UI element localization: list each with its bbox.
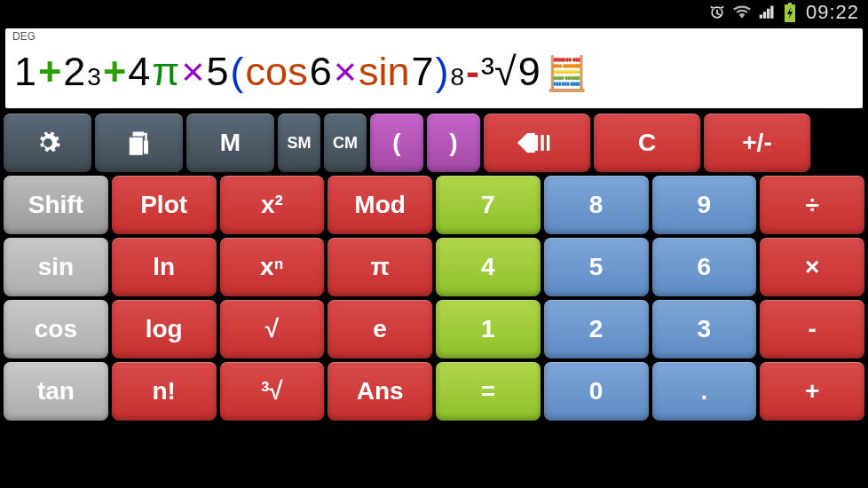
button-label: 8 xyxy=(589,191,604,219)
digit-8-button[interactable]: 8 xyxy=(544,176,649,234)
pi-button[interactable]: π xyxy=(327,238,432,296)
button-label: - xyxy=(808,315,816,343)
expression-token: ( xyxy=(231,49,244,95)
square-button[interactable]: x² xyxy=(220,176,325,234)
button-label: 1 xyxy=(481,315,495,343)
button-label: = xyxy=(481,377,495,405)
angle-mode-label: DEG xyxy=(12,30,36,43)
button-label: 3 xyxy=(698,315,712,343)
expression-token: × xyxy=(181,49,204,95)
factorial-button[interactable]: n! xyxy=(112,362,217,421)
expression-token: 7 xyxy=(411,49,433,95)
expression-token: + xyxy=(103,49,126,95)
backspace-icon xyxy=(517,130,556,156)
button-label: ) xyxy=(449,129,457,157)
expression-token: 8 xyxy=(451,63,465,91)
button-label: × xyxy=(805,253,819,281)
signal-icon xyxy=(758,4,776,21)
main-grid: ShiftPlotx²Mod789÷sinlnxⁿπ456×coslog√e12… xyxy=(4,176,864,483)
expression-token: 4 xyxy=(128,49,150,95)
digit-3-button[interactable]: 3 xyxy=(652,300,757,358)
ln-button[interactable]: ln xyxy=(112,238,217,296)
expression-token: + xyxy=(38,49,61,95)
button-label: ³√ xyxy=(261,377,283,405)
backspace-button[interactable] xyxy=(484,114,590,172)
expression-token: × xyxy=(334,49,357,95)
button-label: Mod xyxy=(354,191,406,219)
sin-button[interactable]: sin xyxy=(4,238,108,296)
plot-button[interactable]: Plot xyxy=(112,176,217,234)
keypad: MSMCM()C+/- ShiftPlotx²Mod789÷sinlnxⁿπ45… xyxy=(0,110,868,486)
button-label: e xyxy=(373,315,387,343)
digit-1-button[interactable]: 1 xyxy=(436,300,541,358)
battery-charging-icon xyxy=(783,3,797,22)
calculator-display: DEG 1 + 23 + 4π × 5(cos 6 × sin 7)8 - ³√… xyxy=(5,28,863,108)
digit-6-button[interactable]: 6 xyxy=(652,238,757,296)
decimal-button[interactable]: . xyxy=(652,362,757,421)
mod-button[interactable]: Mod xyxy=(327,176,432,234)
log-button[interactable]: log xyxy=(112,300,217,358)
sm-button[interactable]: SM xyxy=(278,114,320,172)
wifi-icon xyxy=(733,4,751,21)
expression-token: 2 xyxy=(63,49,85,95)
memory-button[interactable]: M xyxy=(186,114,274,172)
digit-9-button[interactable]: 9 xyxy=(652,176,757,234)
digit-4-button[interactable]: 4 xyxy=(436,238,541,296)
expression-token: 1 xyxy=(14,49,36,95)
button-label: √ xyxy=(265,315,279,343)
sqrt-button[interactable]: √ xyxy=(220,300,325,358)
expression-token: ³√ xyxy=(481,49,517,95)
button-label: . xyxy=(700,377,707,405)
multiply-button[interactable]: × xyxy=(760,238,864,296)
cos-button[interactable]: cos xyxy=(4,300,108,358)
expression-token: ) xyxy=(436,49,449,95)
button-label: 4 xyxy=(481,253,495,281)
button-label: x² xyxy=(261,191,283,219)
open-paren-button[interactable]: ( xyxy=(370,114,423,172)
button-label: tan xyxy=(37,377,75,405)
copy-button[interactable] xyxy=(95,114,183,172)
subtract-button[interactable]: - xyxy=(760,300,864,358)
button-label: + xyxy=(805,377,819,405)
digit-5-button[interactable]: 5 xyxy=(544,238,649,296)
button-label: π xyxy=(370,253,389,281)
expression-token: 5 xyxy=(207,49,229,95)
sign-button[interactable]: +/- xyxy=(704,114,810,172)
cuberoot-button[interactable]: ³√ xyxy=(220,362,325,421)
cm-button[interactable]: CM xyxy=(324,114,367,172)
copy-icon xyxy=(126,130,153,156)
button-label: +/- xyxy=(742,129,771,157)
divide-button[interactable]: ÷ xyxy=(760,176,864,234)
button-label: sin xyxy=(38,253,74,281)
expression: 1 + 23 + 4π × 5(cos 6 × sin 7)8 - ³√9🧮 xyxy=(14,49,588,95)
button-label: ÷ xyxy=(805,191,818,219)
svg-rect-0 xyxy=(788,3,792,4)
button-label: CM xyxy=(333,134,358,153)
digit-7-button[interactable]: 7 xyxy=(436,176,541,234)
digit-0-button[interactable]: 0 xyxy=(544,362,649,421)
svg-rect-4 xyxy=(547,135,549,151)
expression-token: sin xyxy=(359,49,410,95)
svg-rect-3 xyxy=(541,135,543,151)
button-label: Shift xyxy=(28,191,83,219)
tan-button[interactable]: tan xyxy=(4,362,108,421)
digit-2-button[interactable]: 2 xyxy=(544,300,649,358)
button-label: 2 xyxy=(589,315,604,343)
shift-button[interactable]: Shift xyxy=(4,176,108,234)
e-button[interactable]: e xyxy=(327,300,432,358)
power-button[interactable]: xⁿ xyxy=(220,238,325,296)
close-paren-button[interactable]: ) xyxy=(427,114,480,172)
add-button[interactable]: + xyxy=(760,362,864,421)
settings-button[interactable] xyxy=(4,114,91,172)
calculator-icon: 🧮 xyxy=(546,54,588,93)
equals-button[interactable]: = xyxy=(436,362,541,421)
clear-button[interactable]: C xyxy=(594,114,700,172)
status-bar: 09:22 xyxy=(0,0,868,25)
expression-token: 3 xyxy=(87,63,101,91)
expression-token: π xyxy=(152,49,179,95)
expression-token: 6 xyxy=(310,49,332,95)
top-row: MSMCM()C+/- xyxy=(4,114,864,172)
button-label: log xyxy=(146,315,183,343)
ans-button[interactable]: Ans xyxy=(327,362,432,421)
alarm-icon xyxy=(708,4,726,21)
